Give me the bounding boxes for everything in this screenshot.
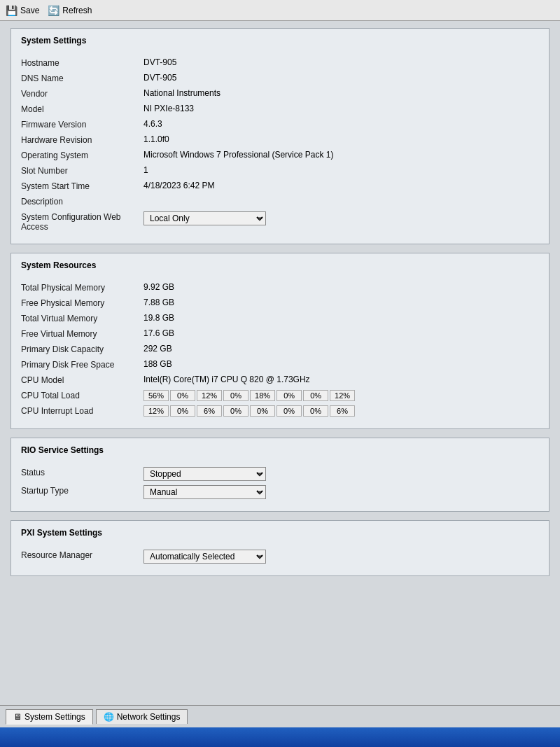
cpu-total-load-label: CPU Total Load <box>21 390 144 400</box>
res-field-label: CPU Model <box>21 375 144 385</box>
blue-taskbar <box>0 727 560 747</box>
tab-network-settings[interactable]: 🌐 Network Settings <box>96 709 188 724</box>
system-settings-tab-icon: 🖥 <box>13 712 22 722</box>
pxi-system-panel: PXI System Settings Resource Manager Aut… <box>10 520 550 576</box>
rio-status-value: StoppedRunning <box>144 467 539 481</box>
cpu-total-load-row: CPU Total Load 56%0%12%0%18%0%0%12% <box>21 388 539 403</box>
resource-manager-label: Resource Manager <box>21 550 144 560</box>
cpu-total-load-values: 56%0%12%0%18%0%0%12% <box>144 390 539 401</box>
network-settings-tab-icon: 🌐 <box>104 712 114 722</box>
res-field-row: Total Virtual Memory 19.8 GB <box>21 311 539 326</box>
sys-field-value: Microsoft Windows 7 Professional (Servic… <box>144 150 539 160</box>
res-field-value: 9.92 GB <box>144 282 539 292</box>
res-field-row: Primary Disk Capacity 292 GB <box>21 342 539 357</box>
cpu-interrupt-load-label: CPU Interrupt Load <box>21 405 144 416</box>
res-field-row: Free Physical Memory 7.88 GB <box>21 295 539 311</box>
cpu-interrupt-cell: 0% <box>276 405 302 417</box>
sys-field-row: Model NI PXIe-8133 <box>21 102 539 117</box>
res-field-label: Free Virtual Memory <box>21 328 144 339</box>
tab-network-settings-label: Network Settings <box>117 712 181 722</box>
res-field-row: CPU Model Intel(R) Core(TM) i7 CPU Q 820… <box>21 372 539 388</box>
main-content: System Settings Hostname DVT-905 DNS Nam… <box>0 21 560 714</box>
cpu-interrupt-cell: 6% <box>197 405 222 417</box>
cpu-total-cell: 0% <box>303 390 328 401</box>
cpu-total-cell: 12% <box>330 390 355 401</box>
sys-field-value: NI PXIe-8133 <box>144 104 539 113</box>
rio-startup-row: Startup Type ManualAutomaticDisabled <box>21 483 539 501</box>
rio-status-select[interactable]: StoppedRunning <box>144 467 266 481</box>
sys-field-value: 1.1.0f0 <box>144 134 539 144</box>
sys-field-label: Hostname <box>21 57 144 68</box>
res-field-label: Primary Disk Free Space <box>21 359 144 370</box>
system-resources-panel: System Resources Total Physical Memory 9… <box>10 253 550 429</box>
cpu-interrupt-cell: 0% <box>170 405 195 417</box>
cpu-interrupt-cell: 6% <box>330 405 355 417</box>
refresh-button[interactable]: 🔄 Refresh <box>48 5 92 16</box>
tab-bar: 🖥 System Settings 🌐 Network Settings <box>0 705 560 727</box>
sys-field-label: Model <box>21 104 144 114</box>
save-button[interactable]: 💾 Save <box>6 5 39 16</box>
sys-field-label: Vendor <box>21 88 144 99</box>
cpu-total-cell: 12% <box>197 390 222 401</box>
web-access-dropdown-wrapper: Local OnlyEveryone <box>144 211 266 225</box>
cpu-total-cell: 0% <box>170 390 195 401</box>
save-icon: 💾 <box>6 5 18 16</box>
res-field-label: Total Physical Memory <box>21 282 144 293</box>
cpu-total-cell: 18% <box>250 390 275 401</box>
res-field-value: 188 GB <box>144 359 539 369</box>
tab-system-settings-label: System Settings <box>24 712 85 722</box>
sys-field-row: Description <box>21 194 539 209</box>
sys-field-value: DVT-905 <box>144 57 539 67</box>
cpu-total-cell: 0% <box>223 390 248 401</box>
res-field-label: Total Virtual Memory <box>21 313 144 323</box>
resource-manager-value: Automatically Selected <box>144 550 539 564</box>
rio-startup-select[interactable]: ManualAutomaticDisabled <box>144 485 266 499</box>
system-settings-panel: System Settings Hostname DVT-905 DNS Nam… <box>10 28 550 244</box>
sys-field-value: 4.6.3 <box>144 119 539 129</box>
res-field-label: Free Physical Memory <box>21 298 144 308</box>
sys-field-row: Slot Number 1 <box>21 163 539 179</box>
sys-field-value: 4/18/2023 6:42 PM <box>144 181 539 190</box>
rio-status-label: Status <box>21 467 144 477</box>
system-resources-title: System Resources <box>21 260 539 273</box>
sys-field-label: DNS Name <box>21 73 144 83</box>
sys-field-label: Description <box>21 196 144 207</box>
sys-field-label: Operating System <box>21 150 144 160</box>
resource-manager-dropdown-wrapper: Automatically Selected <box>144 550 266 564</box>
rio-startup-dropdown-wrapper: ManualAutomaticDisabled <box>144 485 266 499</box>
sys-field-label: Slot Number <box>21 165 144 176</box>
web-access-label: System Configuration Web Access <box>21 211 144 232</box>
save-label: Save <box>20 6 39 15</box>
sys-field-value: National Instruments <box>144 88 539 98</box>
cpu-interrupt-load-row: CPU Interrupt Load 12%0%6%0%0%0%0%6% <box>21 403 539 419</box>
system-settings-title: System Settings <box>21 36 539 48</box>
sys-field-label: Hardware Revision <box>21 134 144 145</box>
rio-service-panel: RIO Service Settings Status StoppedRunni… <box>10 438 550 512</box>
sys-field-value: 1 <box>144 165 539 175</box>
web-access-select[interactable]: Local OnlyEveryone <box>144 211 266 225</box>
res-field-row: Primary Disk Free Space 188 GB <box>21 357 539 372</box>
res-field-value: 19.8 GB <box>144 313 539 323</box>
sys-field-label: System Start Time <box>21 181 144 191</box>
tab-system-settings[interactable]: 🖥 System Settings <box>6 709 93 725</box>
rio-service-title: RIO Service Settings <box>21 445 539 458</box>
sys-field-value: DVT-905 <box>144 73 539 83</box>
cpu-total-cell: 0% <box>276 390 302 401</box>
cpu-interrupt-cell: 0% <box>250 405 275 417</box>
sys-field-row: Firmware Version 4.6.3 <box>21 117 539 132</box>
web-access-row: System Configuration Web Access Local On… <box>21 209 539 234</box>
rio-status-row: Status StoppedRunning <box>21 465 539 483</box>
sys-field-row: Hardware Revision 1.1.0f0 <box>21 132 539 148</box>
toolbar: 💾 Save 🔄 Refresh <box>0 0 560 21</box>
sys-field-row: DNS Name DVT-905 <box>21 71 539 86</box>
cpu-interrupt-cell: 12% <box>144 405 169 417</box>
cpu-total-cell: 56% <box>144 390 169 401</box>
sys-field-row: Operating System Microsoft Windows 7 Pro… <box>21 148 539 163</box>
res-field-row: Free Virtual Memory 17.6 GB <box>21 326 539 342</box>
sys-field-label: Firmware Version <box>21 119 144 130</box>
resource-manager-select[interactable]: Automatically Selected <box>144 550 266 564</box>
res-field-value: 292 GB <box>144 344 539 354</box>
res-field-label: Primary Disk Capacity <box>21 344 144 354</box>
cpu-interrupt-cell: 0% <box>223 405 248 417</box>
resource-manager-row: Resource Manager Automatically Selected <box>21 547 539 566</box>
